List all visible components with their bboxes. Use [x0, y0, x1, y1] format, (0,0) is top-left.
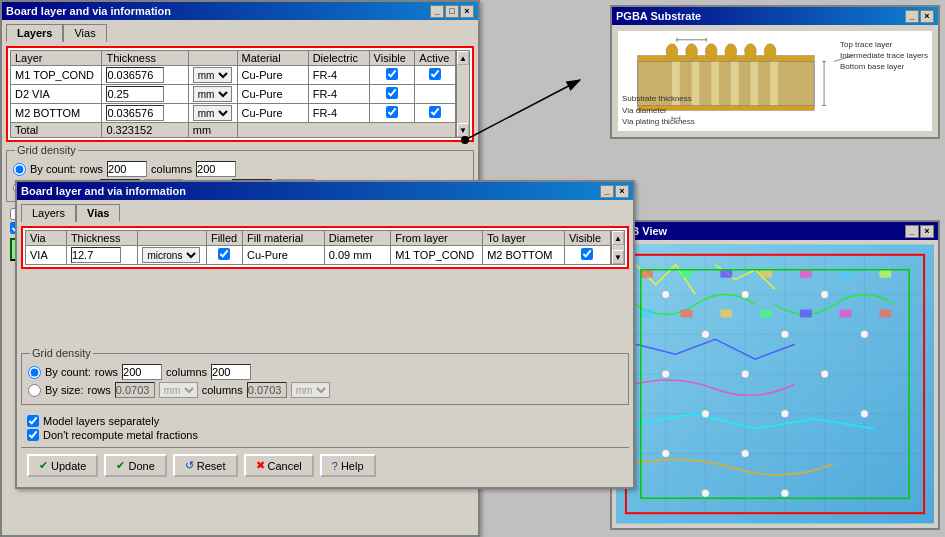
svg-rect-68 — [879, 309, 891, 317]
vias-table-area: Via Thickness Filled Fill material Diame… — [21, 226, 629, 269]
via-close-btn[interactable]: × — [615, 185, 629, 198]
svg-point-14 — [764, 44, 776, 60]
cell-visible-2[interactable] — [369, 85, 415, 104]
via-unit-select[interactable]: microns — [142, 247, 200, 263]
cell-layer-2: D2 VIA — [11, 85, 102, 104]
via-tab-layers[interactable]: Layers — [21, 204, 76, 222]
by-count-radio-1[interactable] — [13, 163, 26, 176]
thickness-input-2[interactable] — [106, 86, 164, 102]
unit-select-3[interactable]: mm — [193, 105, 232, 121]
via-tab-vias[interactable]: Vias — [76, 204, 120, 222]
by-count-label-2: By count: — [45, 366, 91, 378]
svg-rect-59 — [800, 270, 812, 278]
cell-unit-1[interactable]: mm — [188, 66, 237, 85]
by-size-radio-2[interactable] — [28, 384, 41, 397]
cols-input-1[interactable] — [196, 161, 236, 177]
via-window-controls[interactable]: _ × — [600, 185, 629, 198]
by-count-radio-2[interactable] — [28, 366, 41, 379]
svg-point-49 — [821, 370, 829, 378]
via-thickness-input[interactable] — [71, 247, 121, 263]
table-scrollbar[interactable]: ▲ ▼ — [456, 50, 470, 138]
via-filled-cb[interactable] — [218, 248, 230, 260]
cell-visible-1[interactable] — [369, 66, 415, 85]
col-visible: Visible — [369, 51, 415, 66]
update-icon: ✔ — [39, 459, 48, 472]
cancel-label: Cancel — [268, 460, 302, 472]
substrate-controls[interactable]: _ × — [905, 10, 934, 23]
via-scroll-down[interactable]: ▼ — [612, 250, 624, 264]
reset-icon: ↺ — [185, 459, 194, 472]
substrate-minimize[interactable]: _ — [905, 10, 919, 23]
tab-layers[interactable]: Layers — [6, 24, 63, 42]
via-minimize-btn[interactable]: _ — [600, 185, 614, 198]
via-col-thickness: Thickness — [66, 231, 138, 246]
pcb-controls[interactable]: _ × — [905, 225, 934, 238]
help-button[interactable]: ? Help — [320, 454, 376, 477]
cell-visible-3[interactable] — [369, 104, 415, 123]
via-scroll-up[interactable]: ▲ — [612, 231, 624, 245]
cols-size-unit-2[interactable]: mm — [291, 382, 330, 398]
cell-active-3[interactable] — [415, 104, 456, 123]
maximize-btn[interactable]: □ — [445, 5, 459, 18]
visible-cb-1[interactable] — [386, 68, 398, 80]
via-visible-cb[interactable] — [581, 248, 593, 260]
pcb-close[interactable]: × — [920, 225, 934, 238]
via-table-scrollbar[interactable]: ▲ ▼ — [611, 230, 625, 265]
svg-point-47 — [741, 370, 749, 378]
total-row: Total 0.323152 mm — [11, 123, 456, 138]
minimize-btn[interactable]: _ — [430, 5, 444, 18]
tab-vias[interactable]: Vias — [63, 24, 106, 42]
cell-thickness-2[interactable] — [102, 85, 188, 104]
substrate-close[interactable]: × — [920, 10, 934, 23]
rows-size-input-2[interactable] — [115, 382, 155, 398]
via-cell-unit[interactable]: microns — [138, 246, 206, 265]
unit-select-1[interactable]: mm — [193, 67, 232, 83]
active-cb-3[interactable] — [429, 106, 441, 118]
close-btn[interactable]: × — [460, 5, 474, 18]
visible-cb-2[interactable] — [386, 87, 398, 99]
cell-unit-3[interactable]: mm — [188, 104, 237, 123]
thickness-input-3[interactable] — [106, 105, 164, 121]
scroll-down[interactable]: ▼ — [457, 123, 469, 137]
update-button[interactable]: ✔ Update — [27, 454, 98, 477]
svg-point-13 — [745, 44, 757, 60]
via-cell-filled[interactable] — [206, 246, 242, 265]
svg-point-44 — [860, 330, 868, 338]
cell-active-2 — [415, 85, 456, 104]
scroll-up[interactable]: ▲ — [457, 51, 469, 65]
model-layers-cb[interactable] — [27, 415, 39, 427]
cell-unit-2[interactable]: mm — [188, 85, 237, 104]
reset-button[interactable]: ↺ Reset — [173, 454, 238, 477]
cell-active-1[interactable] — [415, 66, 456, 85]
cancel-button[interactable]: ✖ Cancel — [244, 454, 314, 477]
main-titlebar: Board layer and via information _ □ × — [2, 2, 478, 20]
active-cb-1[interactable] — [429, 68, 441, 80]
cell-thickness-1[interactable] — [102, 66, 188, 85]
via-cell-thickness[interactable] — [66, 246, 138, 265]
rows-input-2[interactable] — [122, 364, 162, 380]
model-layers-label: Model layers separately — [43, 415, 159, 427]
svg-rect-66 — [800, 309, 812, 317]
rows-input-1[interactable] — [107, 161, 147, 177]
cols-input-2[interactable] — [211, 364, 251, 380]
substrate-window: PGBA Substrate _ × — [610, 5, 940, 139]
svg-rect-63 — [681, 309, 693, 317]
cell-thickness-3[interactable] — [102, 104, 188, 123]
via-cell-visible[interactable] — [564, 246, 610, 265]
svg-point-10 — [686, 44, 698, 60]
window-controls[interactable]: _ □ × — [430, 5, 474, 18]
visible-cb-3[interactable] — [386, 106, 398, 118]
thickness-input-1[interactable] — [106, 67, 164, 83]
svg-rect-6 — [750, 61, 758, 105]
model-layers-row: Model layers separately — [27, 415, 623, 427]
table-wrapper: Layer Thickness Material Dielectric Visi… — [10, 50, 470, 138]
dont-recompute-cb[interactable] — [27, 429, 39, 441]
rows-size-unit-2[interactable]: mm — [159, 382, 198, 398]
via-col-filled: Filled — [206, 231, 242, 246]
cols-size-input-2[interactable] — [247, 382, 287, 398]
unit-select-2[interactable]: mm — [193, 86, 232, 102]
via-tabs: Layers Vias — [21, 204, 629, 222]
pcb-minimize[interactable]: _ — [905, 225, 919, 238]
done-button[interactable]: ✔ Done — [104, 454, 166, 477]
cancel-icon: ✖ — [256, 459, 265, 472]
